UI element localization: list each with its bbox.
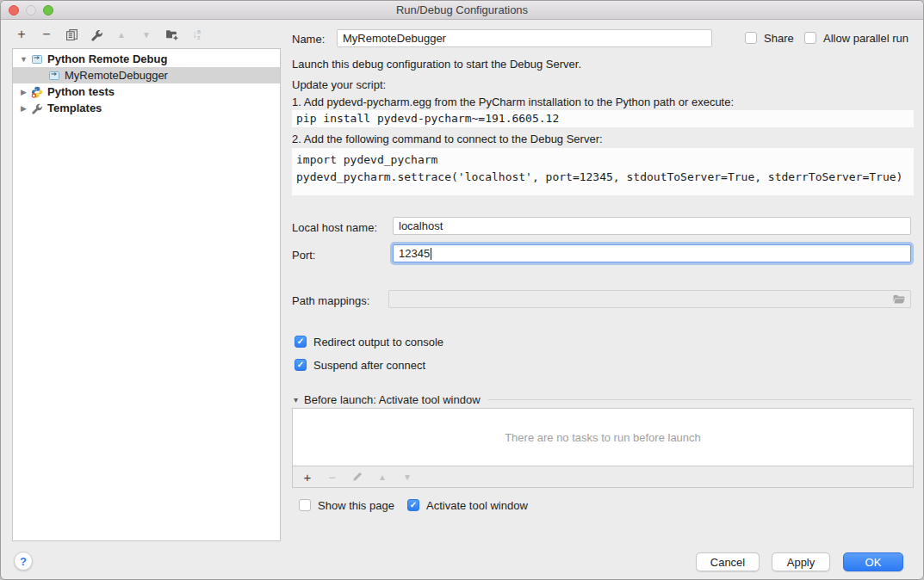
share-checkbox-row: ✓ Share [745, 31, 794, 45]
name-input[interactable]: MyRemoteDebugger [337, 29, 712, 47]
remove-configuration-button[interactable]: − [40, 28, 53, 41]
move-task-down-button: ▼ [400, 470, 414, 484]
settrace-code-block: import pydevd_pycharm pydevd_pycharm.set… [292, 148, 914, 195]
browse-path-mappings-button[interactable] [892, 293, 906, 306]
remove-task-button: − [326, 470, 339, 484]
step1-text: 1. Add pydevd-pycharm.egg from the PyCha… [292, 96, 734, 108]
allow-parallel-run-checkbox[interactable]: ✓ [804, 32, 816, 44]
allow-parallel-run-label: Allow parallel run [823, 32, 908, 45]
add-configuration-button[interactable]: + [15, 28, 28, 41]
collapsed-twisty-icon[interactable]: ▶ [18, 88, 29, 96]
suspend-after-connect-row: ✓ Suspend after connect [295, 358, 425, 372]
ok-button-label: OK [865, 556, 882, 569]
tree-item-python-tests[interactable]: ▶ Python tests [13, 83, 280, 100]
help-icon: ? [20, 555, 27, 568]
move-up-icon: ▲ [117, 30, 126, 40]
port-label: Port: [292, 249, 315, 262]
intro-text: Launch this debug configuration to start… [292, 58, 581, 71]
titlebar[interactable]: Run/Debug Configurations [1, 1, 923, 20]
local-host-name-input[interactable]: localhost [393, 217, 911, 235]
close-window-button[interactable] [9, 5, 19, 15]
configurations-toolbar: + − ▲ ▼ ↓ az [12, 22, 203, 46]
before-launch-task-list[interactable]: There are no tasks to run before launch [292, 408, 914, 466]
code-settrace-line: pydevd_pycharm.settrace('localhost', por… [296, 169, 914, 186]
folder-icon [892, 293, 906, 306]
expanded-twisty-icon[interactable]: ▼ [18, 55, 29, 64]
edit-task-button [350, 470, 364, 484]
port-value: 12345 [399, 247, 430, 260]
before-launch-toolbar: + − ▲ ▼ [292, 466, 914, 488]
move-down-button: ▼ [140, 28, 153, 41]
redirect-output-row: ✓ Redirect output to console [295, 335, 443, 349]
share-checkbox[interactable]: ✓ [745, 32, 757, 44]
new-folder-icon [165, 28, 178, 41]
run-configuration-icon [48, 70, 60, 82]
tree-item-label: Python tests [47, 85, 115, 98]
suspend-after-connect-label: Suspend after connect [313, 359, 425, 372]
window-title: Run/Debug Configurations [1, 1, 923, 20]
share-label: Share [764, 32, 794, 45]
path-mappings-input[interactable] [388, 290, 911, 308]
collapse-section-icon[interactable]: ▾ [294, 395, 298, 404]
collapsed-twisty-icon[interactable]: ▶ [18, 104, 29, 113]
edit-templates-button[interactable] [90, 28, 103, 41]
before-launch-title: Before launch: Activate tool window [304, 393, 481, 406]
show-this-page-checkbox[interactable]: ✓ [299, 499, 311, 511]
run-debug-configurations-dialog: Run/Debug Configurations + − ▲ ▼ [0, 0, 924, 580]
pencil-icon [351, 471, 363, 483]
zoom-window-button[interactable] [43, 5, 53, 15]
tree-item-label: Templates [47, 102, 102, 114]
cancel-button[interactable]: Cancel [696, 552, 760, 571]
step2-text: 2. Add the following command to connect … [292, 133, 603, 145]
move-task-up-button: ▲ [375, 470, 389, 484]
add-task-button[interactable]: + [301, 470, 314, 484]
path-mappings-label: Path mappings: [292, 294, 369, 307]
minimize-window-button [26, 5, 36, 15]
before-launch-header: ▾ Before launch: Activate tool window [294, 393, 912, 406]
sort-az-icon: ↓ az [192, 28, 201, 40]
suspend-after-connect-checkbox[interactable]: ✓ [295, 359, 307, 371]
pip-install-code: pip install pydevd-pycharm~=191.6605.12 [292, 110, 914, 127]
run-configuration-icon [31, 53, 43, 65]
move-up-button: ▲ [115, 28, 128, 41]
tree-item-python-remote-debug[interactable]: ▼ Python Remote Debug [13, 51, 280, 67]
templates-wrench-icon [31, 102, 43, 114]
code-import-line: import pydevd_pycharm [296, 151, 914, 169]
check-icon: ✓ [297, 337, 304, 346]
activate-tool-window-checkbox[interactable]: ✓ [407, 499, 419, 511]
ok-button[interactable]: OK [843, 552, 903, 571]
port-input[interactable]: 12345 [393, 244, 911, 262]
python-tests-icon [31, 86, 43, 98]
sort-configurations-button: ↓ az [189, 28, 203, 41]
update-script-text: Update your script: [292, 78, 386, 91]
local-host-name-label: Local host name: [292, 221, 377, 234]
name-input-value: MyRemoteDebugger [343, 32, 446, 45]
move-up-icon: ▲ [378, 472, 387, 482]
check-icon: ✓ [410, 501, 417, 509]
traffic-lights [9, 5, 53, 15]
copy-configuration-button[interactable] [65, 28, 78, 41]
activate-tool-window-row: ✓ Activate tool window [407, 498, 528, 512]
wrench-icon [90, 28, 103, 41]
tree-item-myremotedebugger[interactable]: MyRemoteDebugger [13, 67, 280, 83]
name-label: Name: [292, 33, 325, 46]
help-button[interactable]: ? [14, 552, 33, 571]
local-host-name-value: localhost [399, 219, 443, 232]
empty-tasks-message: There are no tasks to run before launch [505, 431, 701, 444]
move-down-icon: ▼ [142, 30, 151, 40]
tree-item-templates[interactable]: ▶ Templates [13, 100, 280, 116]
allow-parallel-run-checkbox-row: ✓ Allow parallel run [804, 31, 908, 45]
apply-button[interactable]: Apply [772, 552, 830, 571]
redirect-output-checkbox[interactable]: ✓ [295, 336, 307, 348]
tree-item-label: MyRemoteDebugger [65, 69, 168, 82]
check-icon: ✓ [297, 361, 304, 369]
show-this-page-label: Show this page [318, 499, 394, 512]
section-divider [488, 399, 912, 400]
activate-tool-window-label: Activate tool window [426, 499, 528, 512]
cancel-button-label: Cancel [710, 556, 745, 569]
move-down-icon: ▼ [403, 472, 412, 482]
show-this-page-row: ✓ Show this page [299, 498, 394, 512]
new-folder-button[interactable] [164, 28, 178, 41]
redirect-output-label: Redirect output to console [313, 336, 443, 349]
tree-item-label: Python Remote Debug [47, 52, 167, 65]
